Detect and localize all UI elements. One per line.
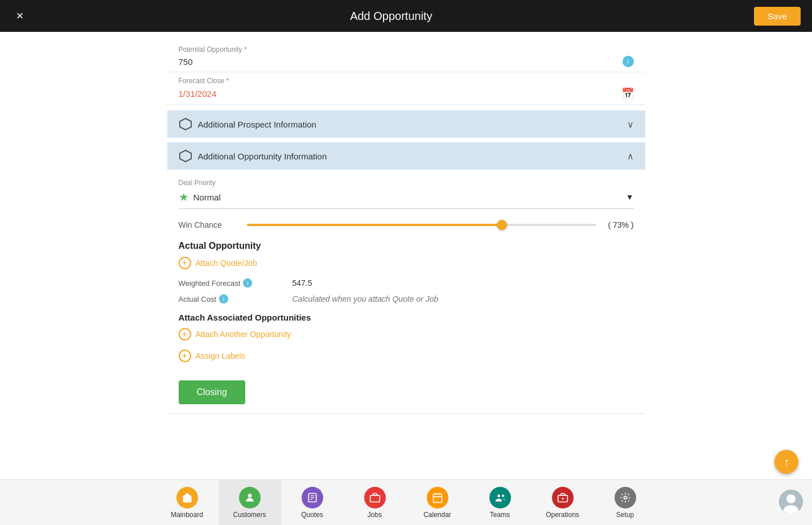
nav-item-customers[interactable]: Customers <box>219 480 281 526</box>
potential-opportunity-value: 750 i <box>179 56 634 67</box>
prospect-chevron-icon: ∨ <box>627 119 634 130</box>
deal-priority-select[interactable]: ★ Normal ▼ <box>179 190 634 209</box>
win-chance-slider[interactable] <box>247 224 597 226</box>
scroll-up-button[interactable]: ↑ <box>774 450 798 474</box>
customers-label: Customers <box>233 511 266 519</box>
page-title: Add Opportunity <box>28 10 754 23</box>
forecast-close-value: 1/31/2024 📅 <box>179 87 634 100</box>
teams-label: Teams <box>490 511 510 519</box>
additional-prospect-title: Additional Prospect Information <box>198 120 316 129</box>
attach-associated-title: Attach Associated Opportunities <box>179 313 634 322</box>
quotes-icon <box>302 487 323 508</box>
nav-item-setup[interactable]: Setup <box>594 480 657 526</box>
calendar-icon[interactable]: 📅 <box>621 87 634 100</box>
star-icon: ★ <box>179 190 189 204</box>
additional-prospect-section-header[interactable]: Additional Prospect Information ∨ <box>167 110 645 138</box>
weighted-forecast-row: Weighted Forecast i 547.5 <box>179 278 634 288</box>
assign-labels-label: Assign Labels <box>196 351 245 360</box>
win-chance-row: Win Chance ( 73% ) <box>179 220 634 229</box>
win-chance-label: Win Chance <box>179 220 236 229</box>
user-avatar[interactable] <box>779 490 803 514</box>
weighted-forecast-label: Weighted Forecast <box>179 279 241 288</box>
calendar-nav-icon <box>427 487 448 508</box>
operations-icon <box>552 487 574 508</box>
assign-labels-plus-icon: + <box>179 350 191 362</box>
closing-button[interactable]: Closing <box>179 380 245 404</box>
opportunity-chevron-icon: ∧ <box>627 151 634 162</box>
potential-opportunity-info-icon[interactable]: i <box>623 56 634 67</box>
weighted-forecast-info-icon[interactable]: i <box>243 278 252 288</box>
attach-quote-plus-icon: + <box>179 257 191 269</box>
mainboard-label: Mainboard <box>171 511 203 519</box>
jobs-icon <box>364 487 386 508</box>
svg-point-3 <box>786 494 795 503</box>
svg-marker-1 <box>180 150 191 162</box>
teams-icon <box>489 487 511 508</box>
nav-item-quotes[interactable]: Quotes <box>281 480 344 526</box>
opportunity-hex-icon <box>179 149 192 163</box>
attach-another-opportunity-button[interactable]: + Attach Another Opportunity <box>179 328 634 341</box>
attach-quote-label: Attach Quote/Job <box>196 259 257 268</box>
svg-point-15 <box>497 494 500 497</box>
attach-another-plus-icon: + <box>179 328 191 341</box>
nav-item-jobs[interactable]: Jobs <box>344 480 406 526</box>
nav-item-calendar[interactable]: Calendar <box>406 480 469 526</box>
assign-labels-button[interactable]: + Assign Labels <box>179 350 634 362</box>
forecast-close-label: Forecast Close * <box>179 77 634 85</box>
win-chance-value: ( 73% ) <box>608 220 633 229</box>
operations-label: Operations <box>546 511 579 519</box>
weighted-forecast-value: 547.5 <box>292 278 312 288</box>
mainboard-icon <box>176 487 198 508</box>
setup-label: Setup <box>616 511 634 519</box>
actual-cost-row: Actual Cost i Calculated when you attach… <box>179 294 634 303</box>
form-area: Potential Opportunity * 750 i Forecast C… <box>167 32 645 425</box>
nav-item-mainboard[interactable]: Mainboard <box>156 480 219 526</box>
svg-rect-11 <box>433 494 442 502</box>
customers-icon <box>239 487 261 508</box>
actual-cost-info-icon[interactable]: i <box>219 294 228 303</box>
nav-item-teams[interactable]: Teams <box>469 480 531 526</box>
main-content: Potential Opportunity * 750 i Forecast C… <box>0 32 812 479</box>
additional-opportunity-section-header[interactable]: Additional Opportunity Information ∧ <box>167 142 645 170</box>
potential-opportunity-field: Potential Opportunity * 750 i <box>167 41 645 72</box>
setup-icon <box>615 487 636 508</box>
actual-cost-label: Actual Cost <box>179 295 216 303</box>
deal-priority-dropdown-icon: ▼ <box>626 192 634 202</box>
additional-opportunity-title: Additional Opportunity Information <box>198 151 327 161</box>
attach-quote-job-button[interactable]: + Attach Quote/Job <box>179 257 634 269</box>
svg-point-16 <box>501 494 504 497</box>
svg-point-5 <box>248 494 252 498</box>
attach-another-label: Attach Another Opportunity <box>196 330 291 339</box>
deal-priority-label: Deal Priority <box>179 179 634 187</box>
svg-marker-0 <box>180 118 191 130</box>
deal-priority-value: Normal <box>193 192 221 202</box>
calendar-label: Calendar <box>423 511 451 519</box>
close-button[interactable]: × <box>11 7 28 24</box>
forecast-close-field: Forecast Close * 1/31/2024 📅 <box>167 72 645 105</box>
actual-opportunity-title: Actual Opportunity <box>179 241 634 251</box>
nav-item-operations[interactable]: Operations <box>531 480 594 526</box>
svg-point-20 <box>624 496 626 499</box>
prospect-hex-icon <box>179 117 192 131</box>
jobs-label: Jobs <box>368 511 382 519</box>
app-header: × Add Opportunity Save <box>0 0 812 32</box>
quotes-label: Quotes <box>301 511 323 519</box>
bottom-nav: Mainboard Customers Quotes Jobs Calendar… <box>0 479 812 525</box>
actual-cost-value: Calculated when you attach Quote or Job <box>292 294 439 303</box>
potential-opportunity-label: Potential Opportunity * <box>179 46 634 54</box>
save-button[interactable]: Save <box>754 7 801 26</box>
svg-rect-10 <box>370 495 380 502</box>
opportunity-section-body: Deal Priority ★ Normal ▼ Win Chance ( 73… <box>167 170 645 414</box>
